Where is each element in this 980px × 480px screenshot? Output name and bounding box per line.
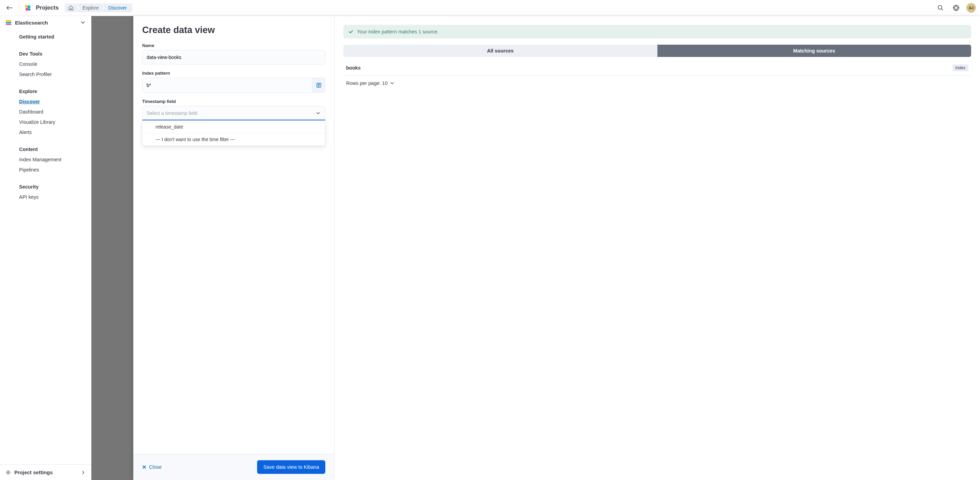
sidebar-item-dashboard[interactable]: Dashboard (0, 107, 91, 117)
check-icon (348, 29, 353, 35)
svg-rect-7 (6, 20, 11, 21)
close-button[interactable]: Close (142, 464, 162, 470)
index-pattern-addon-button[interactable] (312, 78, 325, 92)
svg-point-6 (955, 6, 958, 10)
svg-rect-9 (6, 24, 11, 25)
create-data-view-flyout: Create data view Name Index pattern (133, 16, 980, 480)
timestamp-label: Timestamp field (142, 99, 325, 104)
sidebar-section-content[interactable]: Content (0, 144, 91, 154)
sidebar-section-explore[interactable]: Explore (0, 86, 91, 97)
sidebar-item-visualize-library[interactable]: Visualize Library (0, 117, 91, 127)
chevron-down-icon (390, 81, 395, 86)
dropdown-option-no-time-filter[interactable]: --- I don't want to use the time filter … (143, 133, 325, 146)
tab-all-sources[interactable]: All sources (344, 45, 657, 57)
svg-point-1 (28, 5, 31, 8)
project-settings-button[interactable]: Project settings (0, 464, 91, 480)
svg-point-10 (8, 472, 9, 473)
collapse-icon (6, 5, 13, 10)
source-row: books Index (344, 60, 971, 76)
rows-per-page-label: Rows per page: 10 (346, 81, 388, 86)
indices-icon (316, 83, 321, 88)
elastic-logo[interactable] (24, 4, 32, 12)
sidebar-header[interactable]: Elasticsearch (0, 16, 91, 29)
close-label: Close (149, 464, 162, 470)
breadcrumb-explore[interactable]: Explore (76, 3, 104, 12)
index-pattern-input[interactable] (143, 78, 312, 92)
help-icon (953, 5, 959, 11)
sidebar-item-getting-started[interactable]: Getting started (0, 32, 91, 42)
source-type-badge: Index (952, 64, 969, 71)
svg-point-0 (25, 5, 28, 8)
sidebar-section-dev-tools[interactable]: Dev Tools (0, 49, 91, 59)
sidebar-title: Elasticsearch (15, 20, 77, 25)
gear-icon (5, 470, 11, 475)
name-input[interactable] (142, 50, 325, 64)
save-button[interactable]: Save data view to Kibana (257, 460, 325, 474)
sidebar: Elasticsearch Getting started Dev Tools … (0, 16, 91, 480)
breadcrumb-home[interactable] (65, 3, 78, 12)
chevron-down-icon (80, 20, 86, 25)
flyout-title: Create data view (142, 25, 325, 35)
match-callout: Your index pattern matches 1 source. (344, 25, 971, 38)
search-icon (937, 5, 943, 11)
source-tabs: All sources Matching sources (344, 45, 971, 57)
sidebar-item-index-management[interactable]: Index Management (0, 154, 91, 165)
name-label: Name (142, 43, 325, 48)
svg-rect-8 (6, 22, 11, 23)
rows-per-page-button[interactable]: Rows per page: 10 (344, 76, 971, 91)
help-button[interactable] (951, 2, 962, 13)
dropdown-option-release-date[interactable]: release_date (143, 121, 325, 133)
collapse-sidebar-button[interactable] (4, 2, 15, 13)
sidebar-item-discover[interactable]: Discover (0, 97, 91, 107)
sidebar-item-console[interactable]: Console (0, 59, 91, 69)
elasticsearch-icon (5, 19, 11, 25)
home-icon (68, 5, 74, 11)
chevron-right-icon (81, 470, 86, 475)
index-pattern-label: Index pattern (142, 71, 325, 76)
projects-label[interactable]: Projects (36, 5, 59, 11)
svg-point-2 (25, 8, 29, 11)
breadcrumbs: Explore Discover (65, 3, 132, 12)
svg-point-4 (938, 5, 942, 9)
sidebar-item-search-profiler[interactable]: Search Profiler (0, 69, 91, 79)
user-avatar[interactable]: AJ (966, 3, 976, 13)
breadcrumb-discover[interactable]: Discover (102, 3, 132, 12)
sidebar-item-alerts[interactable]: Alerts (0, 127, 91, 137)
timestamp-select[interactable]: Select a timestamp field (142, 106, 325, 120)
sidebar-item-pipelines[interactable]: Pipelines (0, 165, 91, 175)
timestamp-dropdown: release_date --- I don't want to use the… (142, 120, 325, 146)
sidebar-item-api-keys[interactable]: API keys (0, 192, 91, 202)
tab-matching-sources[interactable]: Matching sources (657, 45, 972, 57)
callout-text: Your index pattern matches 1 source. (357, 29, 439, 35)
sidebar-section-security[interactable]: Security (0, 182, 91, 192)
svg-point-3 (28, 8, 30, 11)
project-settings-label: Project settings (14, 469, 77, 475)
search-button[interactable] (935, 2, 946, 13)
source-name: books (346, 65, 952, 71)
close-icon (142, 465, 146, 469)
